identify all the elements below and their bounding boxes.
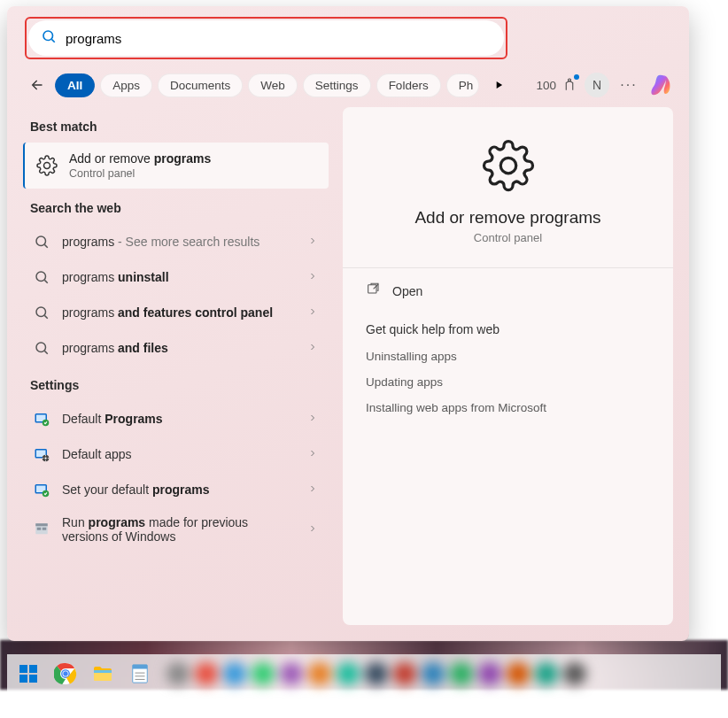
default-apps-icon (32, 444, 51, 464)
settings-result-text: Run programs made for previous versions … (62, 515, 297, 544)
detail-title: Add or remove programs (364, 208, 652, 228)
tab-settings[interactable]: Settings (303, 73, 371, 97)
svg-line-1 (51, 39, 54, 42)
compat-icon (32, 520, 51, 539)
file-explorer-icon[interactable] (85, 656, 120, 691)
tab-documents[interactable]: Documents (158, 73, 243, 97)
tabs-scroll-right[interactable] (486, 73, 511, 97)
chrome-icon[interactable] (48, 656, 83, 691)
help-link-install-web[interactable]: Installing web apps from Microsoft (364, 395, 652, 421)
rewards-badge[interactable]: 100 (536, 76, 577, 95)
tab-all[interactable]: All (55, 73, 95, 97)
settings-result-text: Default Programs (62, 412, 297, 426)
start-button[interactable] (11, 656, 46, 691)
chevron-right-icon (307, 340, 321, 356)
web-result-item[interactable]: programs and files (23, 330, 329, 366)
best-match-subtitle: Control panel (69, 167, 211, 180)
settings-result-text: Default apps (62, 447, 297, 461)
web-result-item[interactable]: programs - See more search results (23, 224, 329, 259)
search-row (7, 6, 689, 63)
taskbar (7, 654, 721, 693)
search-icon (41, 28, 57, 48)
svg-rect-27 (29, 665, 37, 673)
gear-icon (35, 154, 58, 177)
filter-row: All Apps Documents Web Settings Folders … (7, 63, 689, 107)
search-icon (32, 303, 51, 322)
settings-result-item[interactable]: Run programs made for previous versions … (23, 507, 329, 552)
start-search-window: All Apps Documents Web Settings Folders … (7, 6, 689, 641)
results-body: Best match Add or remove programs Contro… (7, 107, 689, 641)
settings-label: Settings (23, 366, 329, 401)
help-link-update[interactable]: Updating apps (364, 369, 652, 395)
best-match-title-bold: programs (154, 151, 212, 166)
svg-point-34 (63, 671, 67, 676)
set-default-icon (32, 480, 51, 499)
results-left-column: Best match Add or remove programs Contro… (23, 107, 329, 625)
tab-folders[interactable]: Folders (376, 73, 441, 97)
svg-point-9 (36, 343, 46, 352)
svg-rect-26 (19, 665, 27, 673)
open-icon (366, 282, 380, 299)
more-options-button[interactable]: ··· (616, 73, 641, 97)
svg-rect-22 (35, 523, 48, 526)
help-link-uninstall[interactable]: Uninstalling apps (364, 344, 652, 369)
svg-point-5 (36, 272, 46, 282)
search-input[interactable] (66, 31, 492, 46)
back-button[interactable] (23, 73, 48, 97)
copilot-button[interactable] (648, 72, 675, 98)
svg-rect-25 (368, 285, 376, 293)
chevron-right-icon (307, 411, 321, 427)
svg-line-10 (44, 351, 47, 353)
notepad-icon[interactable] (122, 656, 158, 691)
svg-rect-29 (29, 675, 37, 683)
svg-rect-23 (37, 528, 42, 530)
search-icon (32, 267, 51, 287)
blurred-taskbar-items (167, 662, 717, 685)
web-result-text: programs uninstall (62, 270, 297, 284)
gear-icon (482, 139, 535, 196)
svg-point-0 (43, 31, 53, 41)
chevron-right-icon (307, 446, 321, 462)
svg-point-3 (36, 236, 46, 246)
svg-rect-24 (43, 528, 47, 530)
web-result-text: programs - See more search results (62, 235, 297, 249)
best-match-title-prefix: Add or remove (69, 151, 154, 166)
tab-web[interactable]: Web (248, 73, 298, 97)
web-result-item[interactable]: programs uninstall (23, 259, 329, 295)
svg-point-2 (569, 79, 571, 81)
svg-line-6 (44, 280, 47, 282)
settings-result-item[interactable]: Set your default programs (23, 472, 329, 507)
search-field-container[interactable] (28, 20, 504, 56)
account-avatar[interactable]: N (585, 73, 609, 97)
chevron-right-icon (307, 305, 321, 320)
svg-rect-28 (19, 675, 27, 683)
svg-line-4 (44, 244, 47, 247)
rewards-points: 100 (536, 79, 556, 92)
best-match-item[interactable]: Add or remove programs Control panel (23, 143, 329, 189)
chevron-right-icon (307, 482, 321, 498)
chevron-right-icon (307, 269, 321, 285)
open-label: Open (392, 284, 422, 298)
settings-result-item[interactable]: Default apps (23, 436, 329, 472)
tab-apps[interactable]: Apps (100, 73, 152, 97)
chevron-right-icon (307, 521, 321, 537)
svg-rect-36 (94, 670, 112, 673)
tab-photos[interactable]: Ph (446, 73, 480, 97)
settings-result-text: Set your default programs (62, 483, 297, 497)
web-result-text: programs and features control panel (62, 305, 297, 320)
detail-subtitle: Control panel (364, 231, 652, 244)
open-button[interactable]: Open (364, 275, 652, 306)
default-programs-icon (32, 409, 51, 428)
best-match-label: Best match (23, 107, 329, 143)
web-result-item[interactable]: programs and features control panel (23, 295, 329, 330)
search-icon (32, 338, 51, 358)
search-highlight-box (25, 17, 507, 59)
filter-chips: All Apps Documents Web Settings Folders … (55, 73, 479, 97)
svg-point-7 (36, 307, 46, 317)
rewards-icon (561, 76, 577, 95)
settings-result-item[interactable]: Default Programs (23, 401, 329, 436)
web-result-text: programs and files (62, 341, 297, 355)
svg-point-17 (44, 457, 46, 459)
svg-rect-38 (133, 665, 148, 669)
search-web-label: Search the web (23, 189, 329, 224)
